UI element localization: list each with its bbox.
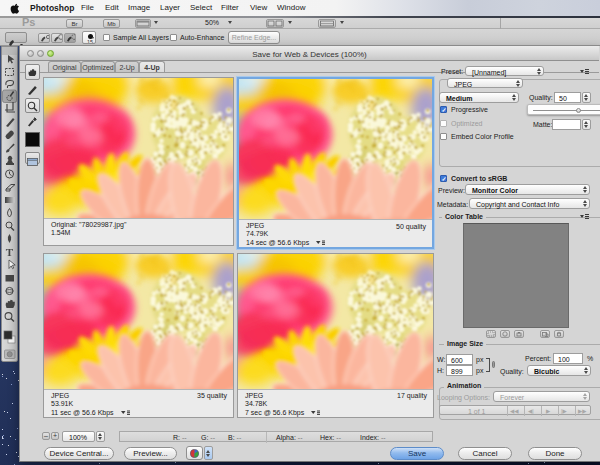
svg-text:T: T <box>6 246 14 258</box>
